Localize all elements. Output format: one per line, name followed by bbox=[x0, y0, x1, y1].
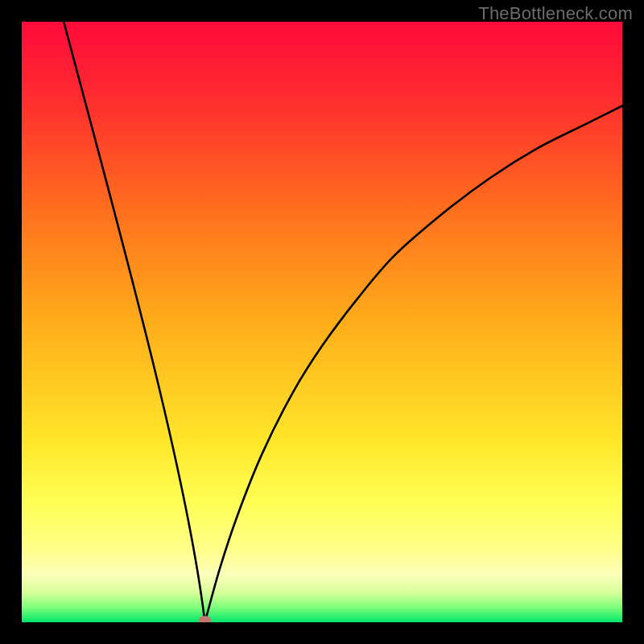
plot-area bbox=[22, 22, 622, 622]
chart-svg bbox=[22, 22, 622, 622]
gradient-background bbox=[22, 22, 622, 622]
chart-frame: TheBottleneck.com bbox=[0, 0, 644, 644]
watermark-text: TheBottleneck.com bbox=[478, 3, 633, 24]
